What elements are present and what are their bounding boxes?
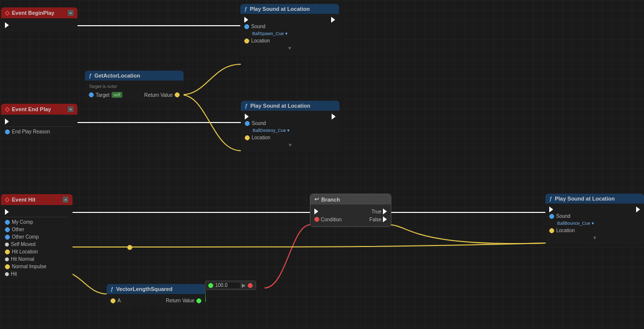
other-pin[interactable] [5, 227, 10, 232]
play-sound-3-header: ƒ Play Sound at Location [545, 194, 644, 204]
sound-pin[interactable] [245, 121, 250, 126]
float-out-pin[interactable] [248, 283, 253, 288]
normal-impulse-row: Normal Impulse [5, 263, 69, 270]
target-pin[interactable] [89, 92, 94, 97]
exec-in-pin[interactable] [314, 208, 318, 214]
sound-value: BallSpawn_Cue ▾ [252, 31, 288, 36]
my-comp-label: My Comp [12, 219, 33, 225]
location-pin[interactable] [245, 135, 250, 140]
hit-row: Hit [5, 270, 69, 278]
event-end-play-node: ◇ Event End Play × End Play Reason [1, 104, 77, 138]
event-begin-play-exec-out [5, 21, 74, 29]
exec-out-pin[interactable] [5, 119, 9, 124]
sound-value-row: BallSpawn_Cue ▾ [244, 30, 335, 37]
event-end-play-title: Event End Play [12, 106, 51, 112]
return-value-label: Return Value [166, 298, 194, 303]
vector-length-sq-header: ƒ VectorLengthSquared [107, 284, 205, 294]
location-label: Location [251, 38, 270, 43]
event-end-play-close[interactable]: × [68, 106, 74, 112]
location-pin[interactable] [244, 39, 249, 43]
event-begin-play-node: ◇ Event BeginPlay × [1, 7, 77, 32]
play-sound-2-title: Play Sound at Location [250, 103, 310, 109]
event-begin-play-header: ◇ Event BeginPlay × [1, 7, 77, 18]
sound-row: Sound [245, 120, 336, 127]
float-arrow: ▶ [242, 283, 246, 288]
get-actor-location-subtitle: Target is Actor [89, 83, 180, 91]
event-hit-exec-out [5, 208, 69, 216]
exec-out-pin[interactable] [331, 17, 335, 23]
exec-in-pin[interactable] [549, 206, 553, 212]
event-end-play-exec-out [5, 118, 74, 125]
false-out-pin[interactable] [383, 216, 387, 222]
a-pin[interactable] [111, 298, 115, 303]
hit-normal-row: Hit Normal [5, 255, 69, 263]
get-actor-location-node: ƒ GetActorLocation Target is Actor Targe… [85, 71, 184, 102]
sound-label: Sound [251, 24, 265, 29]
play-sound-1-title: Play Sound at Location [250, 6, 310, 12]
event-begin-play-close[interactable]: × [68, 10, 74, 16]
a-label: A [117, 298, 121, 303]
exec-out-pin[interactable] [332, 114, 336, 120]
exec-out-pin[interactable] [5, 209, 9, 215]
exec-in-pin[interactable] [245, 114, 249, 120]
return-value-pin[interactable] [175, 92, 180, 97]
condition-pin[interactable] [314, 217, 319, 222]
hit-location-pin[interactable] [5, 249, 10, 254]
normal-impulse-pin[interactable] [5, 264, 10, 269]
expand-arrow[interactable]: ▼ [549, 234, 640, 242]
sound-value: BallDestroy_Cue ▾ [253, 128, 290, 133]
float-in-pin[interactable] [208, 283, 213, 288]
sound-pin[interactable] [549, 214, 554, 219]
play-sound-2-body: Sound BallDestroy_Cue ▾ Location ▼ [241, 111, 340, 152]
vector-length-sq-node: ƒ VectorLengthSquared A Return Value [107, 284, 205, 307]
play-sound-1-header: ƒ Play Sound at Location [240, 4, 339, 14]
event-hit-title: Event Hit [12, 197, 36, 203]
my-comp-pin[interactable] [5, 220, 10, 225]
return-value-pin[interactable] [196, 298, 201, 303]
branch-body: True Condition False [310, 205, 391, 226]
float-value-input[interactable] [215, 283, 240, 288]
sound-value-row: BallDestroy_Cue ▾ [245, 127, 336, 134]
false-label: False [370, 217, 381, 222]
exec-in-pin[interactable] [244, 17, 248, 23]
location-label: Location [556, 228, 575, 233]
branch-node: ↩ Branch True Condition False [310, 194, 391, 227]
event-hit-header: ◇ Event Hit × [1, 194, 73, 205]
hit-location-row: Hit Location [5, 248, 69, 255]
condition-label: Condition [321, 217, 341, 222]
hit-normal-pin[interactable] [5, 257, 9, 261]
exec-out-pin[interactable] [5, 22, 9, 28]
hit-label: Hit [11, 271, 17, 277]
expand-arrow[interactable]: ▼ [244, 44, 335, 52]
expand-arrow[interactable]: ▼ [245, 141, 336, 149]
event-hit-close[interactable]: × [63, 197, 69, 203]
get-actor-location-body: Target is Actor Target self Return Value [85, 81, 184, 102]
float-input-node: ▶ [205, 281, 256, 290]
true-out-pin[interactable] [383, 208, 387, 214]
self-badge: self [112, 92, 122, 98]
self-moved-pin[interactable] [5, 243, 9, 247]
event-begin-play-title: Event BeginPlay [12, 10, 54, 16]
wire-junction-dot [127, 245, 132, 250]
event-begin-play-body [1, 18, 77, 32]
hit-pin[interactable] [5, 272, 9, 276]
event-hit-body: My Comp Other Other Comp Self Moved Hit … [1, 205, 73, 281]
self-moved-row: Self Moved [5, 241, 69, 248]
vector-length-sq-body: A Return Value [107, 294, 205, 307]
target-label: Target [96, 92, 110, 98]
location-row: Location [245, 134, 336, 141]
get-actor-location-header: ƒ GetActorLocation [85, 71, 184, 81]
location-pin[interactable] [549, 228, 554, 233]
true-label: True [372, 209, 381, 214]
normal-impulse-label: Normal Impulse [12, 264, 46, 269]
sound-value-row: BallBounce_Cue ▾ [549, 220, 640, 227]
hit-normal-label: Hit Normal [11, 256, 34, 262]
sound-pin[interactable] [244, 24, 249, 29]
location-row: Location [549, 227, 640, 234]
sound-value: BallBounce_Cue ▾ [557, 221, 594, 226]
other-comp-pin[interactable] [5, 235, 10, 240]
event-hit-node: ◇ Event Hit × My Comp Other Other Comp S… [1, 194, 73, 281]
location-label: Location [252, 135, 270, 140]
end-reason-pin[interactable] [5, 129, 10, 134]
exec-out-pin[interactable] [636, 206, 640, 212]
